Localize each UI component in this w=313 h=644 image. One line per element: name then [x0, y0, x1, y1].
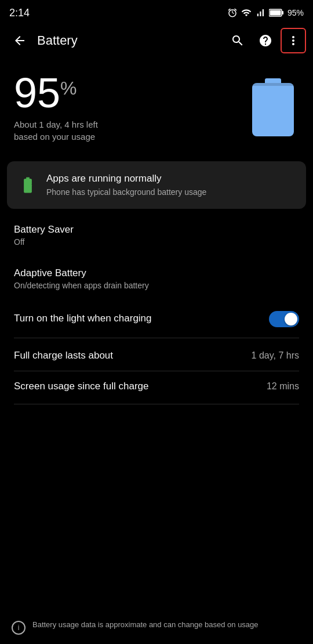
light-charging-title: Turn on the light when charging: [14, 313, 269, 324]
back-button[interactable]: [7, 28, 32, 53]
battery-body: [252, 83, 294, 136]
status-card-title: Apps are running normally: [46, 173, 294, 184]
full-charge-stat: Full charge lasts about 1 day, 7 hrs: [0, 341, 313, 371]
battery-saver-title: Battery Saver: [14, 224, 299, 236]
screen-usage-stat: Screen usage since full charge 12 mins: [0, 371, 313, 401]
battery-graphic: [252, 78, 294, 136]
more-options-button[interactable]: [281, 28, 306, 53]
alarm-icon: [227, 8, 238, 18]
status-card-subtitle: Phone has typical background battery usa…: [46, 187, 294, 197]
footer-text: Battery usage data is approximate and ca…: [32, 620, 259, 630]
status-battery-percent: 95%: [287, 8, 304, 17]
battery-ok-icon: [19, 176, 37, 194]
status-icons: 95%: [227, 8, 304, 18]
light-charging-item[interactable]: Turn on the light when charging: [0, 301, 313, 338]
app-bar-actions: [225, 28, 306, 53]
page-title: Battery: [32, 33, 225, 48]
full-charge-value: 1 day, 7 hrs: [252, 350, 299, 361]
info-icon: i: [12, 621, 26, 635]
search-button[interactable]: [225, 28, 250, 53]
battery-saver-text: Battery Saver Off: [14, 224, 299, 247]
light-charging-text: Turn on the light when charging: [14, 313, 269, 326]
status-card-text: Apps are running normally Phone has typi…: [46, 173, 294, 197]
settings-list: Battery Saver Off Adaptive Battery On/de…: [0, 214, 313, 338]
help-button[interactable]: [253, 28, 278, 53]
screen-usage-value: 12 mins: [267, 381, 299, 392]
battery-time-left: About 1 day, 4 hrs leftbased on your usa…: [14, 118, 98, 143]
svg-rect-2: [270, 10, 281, 16]
footer-divider: [14, 404, 299, 404]
battery-top-nub: [265, 78, 281, 83]
wifi-icon: [241, 8, 252, 18]
battery-saver-subtitle: Off: [14, 237, 299, 247]
footer-note: i Battery usage data is approximate and …: [0, 610, 313, 644]
status-card: Apps are running normally Phone has typi…: [7, 161, 306, 209]
battery-status-icon: [269, 9, 284, 17]
battery-info-section: 95 % About 1 day, 4 hrs leftbased on you…: [0, 58, 313, 161]
battery-percent-block: 95 % About 1 day, 4 hrs leftbased on you…: [14, 72, 98, 143]
battery-percent-number: 95: [14, 72, 60, 114]
full-charge-label: Full charge lasts about: [14, 350, 252, 361]
adaptive-battery-title: Adaptive Battery: [14, 267, 299, 279]
battery-percent-display: 95 %: [14, 72, 98, 114]
battery-empty-portion: [252, 83, 294, 86]
stats-section: Full charge lasts about 1 day, 7 hrs Scr…: [0, 338, 313, 404]
adaptive-battery-item[interactable]: Adaptive Battery On/detecting when apps …: [0, 257, 313, 301]
toggle-knob: [285, 313, 297, 325]
app-bar: Battery: [0, 23, 313, 58]
status-time: 2:14: [9, 7, 30, 19]
adaptive-battery-text: Adaptive Battery On/detecting when apps …: [14, 267, 299, 290]
adaptive-battery-subtitle: On/detecting when apps drain battery: [14, 281, 299, 290]
battery-icon-large: [247, 75, 299, 139]
svg-rect-1: [282, 11, 283, 15]
status-bar: 2:14 95%: [0, 0, 313, 23]
signal-icon: [255, 8, 265, 18]
light-charging-toggle[interactable]: [269, 311, 299, 327]
battery-percent-sign: %: [60, 79, 77, 97]
battery-saver-item[interactable]: Battery Saver Off: [0, 214, 313, 257]
screen-usage-label: Screen usage since full charge: [14, 381, 267, 392]
